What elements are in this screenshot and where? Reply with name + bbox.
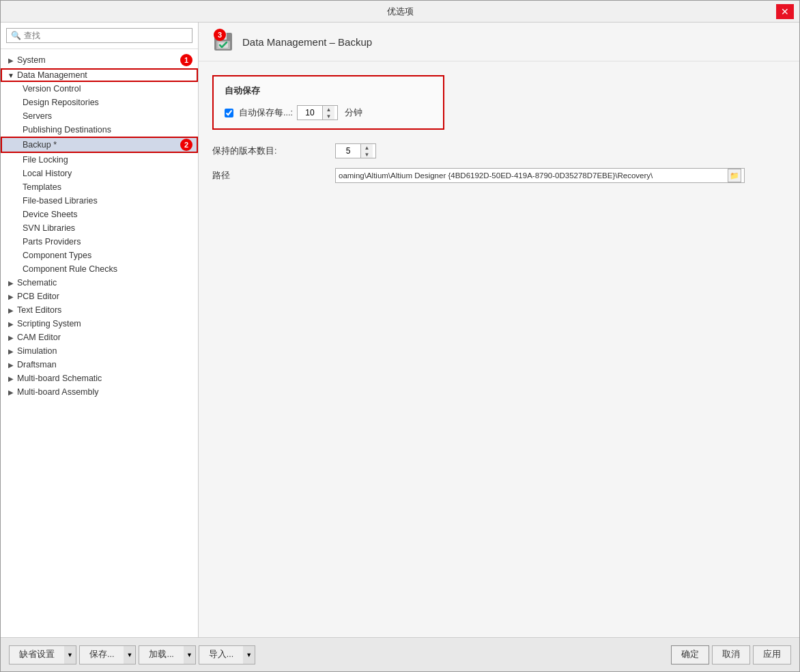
autosave-interval-input[interactable] bbox=[298, 106, 322, 120]
load-dropdown[interactable]: ▼ bbox=[184, 645, 196, 664]
sidebar-item-label: CAM Editor bbox=[17, 333, 192, 342]
panel-body: 自动保存 自动保存每...: ▲ ▼ bbox=[199, 61, 799, 637]
autosave-interval-spinbox: ▲ ▼ bbox=[297, 105, 338, 120]
import-dropdown[interactable]: ▼ bbox=[243, 645, 255, 664]
versions-input[interactable] bbox=[336, 144, 360, 158]
sidebar-item-label: Version Control bbox=[23, 84, 192, 94]
title-bar: 优选项 ✕ bbox=[1, 1, 799, 23]
sidebar-item-label: Multi-board Assembly bbox=[17, 387, 192, 397]
path-row: 路径 📁 bbox=[212, 168, 786, 183]
save-button[interactable]: 保存... bbox=[79, 645, 124, 664]
versions-down-button[interactable]: ▼ bbox=[361, 151, 373, 158]
versions-spinbox: ▲ ▼ bbox=[335, 143, 376, 158]
arrow-icon: ▶ bbox=[6, 305, 16, 315]
badge-2: 2 bbox=[180, 139, 192, 151]
spinbox2-arrows: ▲ ▼ bbox=[360, 144, 373, 158]
sidebar-item-device-sheets[interactable]: Device Sheets bbox=[1, 208, 198, 221]
sidebar-item-schematic[interactable]: ▶ Schematic bbox=[1, 276, 198, 290]
sidebar-item-label: Data Management bbox=[17, 70, 192, 80]
search-wrapper: 🔍 bbox=[6, 28, 192, 43]
sidebar-item-label: Component Rule Checks bbox=[23, 264, 192, 274]
cancel-button[interactable]: 取消 bbox=[712, 645, 750, 664]
panel-header: 3 Data Management – Backup bbox=[199, 23, 799, 61]
panel-badge: 3 bbox=[214, 29, 226, 41]
sidebar-item-publishing-destinations[interactable]: Publishing Destinations bbox=[1, 123, 198, 137]
sidebar-item-label: System bbox=[17, 55, 176, 65]
arrow-icon: ▶ bbox=[6, 360, 16, 369]
arrow-icon: ▶ bbox=[6, 387, 16, 397]
arrow-icon: ▼ bbox=[6, 70, 16, 80]
sidebar-item-label: Scripting System bbox=[17, 319, 192, 328]
autosave-row: 自动保存每...: ▲ ▼ 分钟 bbox=[225, 105, 432, 120]
panel-title: Data Management – Backup bbox=[242, 36, 372, 48]
autosave-unit: 分钟 bbox=[345, 107, 362, 119]
load-button[interactable]: 加载... bbox=[139, 645, 183, 664]
sidebar-item-label: File-based Libraries bbox=[23, 196, 192, 206]
sidebar-item-label: Text Editors bbox=[17, 305, 192, 315]
sidebar-item-templates[interactable]: Templates bbox=[1, 180, 198, 194]
sidebar-item-draftsman[interactable]: ▶ Draftsman bbox=[1, 358, 198, 372]
path-label: 路径 bbox=[212, 170, 335, 182]
sidebar-item-file-locking[interactable]: File Locking bbox=[1, 153, 198, 167]
import-group: 导入... ▼ bbox=[199, 645, 255, 664]
default-settings-button[interactable]: 缺省设置 bbox=[9, 645, 64, 664]
versions-up-button[interactable]: ▲ bbox=[361, 144, 373, 151]
autosave-checkbox-label: 自动保存每...: bbox=[225, 107, 293, 119]
arrow-icon: ▶ bbox=[6, 278, 16, 288]
load-group: 加载... ▼ bbox=[139, 645, 195, 664]
autosave-checkbox[interactable] bbox=[225, 109, 233, 117]
spinbox-arrows: ▲ ▼ bbox=[322, 106, 334, 120]
sidebar: 🔍 ▶ System 1 ▼ Data Management bbox=[1, 23, 199, 637]
sidebar-item-svn-libraries[interactable]: SVN Libraries bbox=[1, 221, 198, 235]
path-browse-button[interactable]: 📁 bbox=[728, 169, 741, 182]
arrow-icon: ▶ bbox=[6, 319, 16, 328]
sidebar-item-component-types[interactable]: Component Types bbox=[1, 249, 198, 262]
sidebar-item-system[interactable]: ▶ System 1 bbox=[1, 52, 198, 68]
sidebar-item-design-repos[interactable]: Design Repositories bbox=[1, 96, 198, 109]
spinbox-down-button[interactable]: ▼ bbox=[323, 113, 334, 120]
sidebar-item-simulation[interactable]: ▶ Simulation bbox=[1, 344, 198, 358]
sidebar-item-scripting-system[interactable]: ▶ Scripting System bbox=[1, 317, 198, 331]
main-window: 优选项 ✕ 🔍 ▶ System 1 bbox=[0, 0, 800, 672]
main-panel: 3 Data Management – Backup 自动保存 自动保存每...… bbox=[199, 23, 799, 637]
sidebar-item-label: Publishing Destinations bbox=[23, 125, 192, 135]
versions-label: 保持的版本数目: bbox=[212, 145, 335, 157]
sidebar-item-label: Templates bbox=[23, 182, 192, 192]
versions-row: 保持的版本数目: ▲ ▼ bbox=[212, 143, 786, 158]
sidebar-item-label: Component Types bbox=[23, 251, 192, 260]
sidebar-item-backup[interactable]: Backup * 2 bbox=[1, 137, 198, 153]
save-dropdown[interactable]: ▼ bbox=[124, 645, 136, 664]
arrow-icon: ▶ bbox=[6, 292, 16, 301]
apply-button[interactable]: 应用 bbox=[753, 645, 791, 664]
sidebar-item-pcb-editor[interactable]: ▶ PCB Editor bbox=[1, 290, 198, 303]
default-settings-dropdown[interactable]: ▼ bbox=[64, 645, 76, 664]
sidebar-item-label: Design Repositories bbox=[23, 98, 192, 107]
path-input-wrapper: 📁 bbox=[335, 168, 745, 183]
search-icon: 🔍 bbox=[11, 31, 21, 40]
sidebar-item-label: Draftsman bbox=[17, 360, 192, 369]
path-input[interactable] bbox=[339, 171, 726, 180]
sidebar-item-data-management[interactable]: ▼ Data Management bbox=[1, 68, 198, 82]
close-button[interactable]: ✕ bbox=[776, 4, 794, 19]
ok-button[interactable]: 确定 bbox=[671, 645, 709, 664]
sidebar-item-parts-providers[interactable]: Parts Providers bbox=[1, 235, 198, 249]
sidebar-item-servers[interactable]: Servers bbox=[1, 109, 198, 123]
folder-icon: 📁 bbox=[730, 171, 739, 180]
sidebar-item-file-based-libs[interactable]: File-based Libraries bbox=[1, 194, 198, 208]
sidebar-item-multiboard-assembly[interactable]: ▶ Multi-board Assembly bbox=[1, 385, 198, 399]
import-button[interactable]: 导入... bbox=[199, 645, 243, 664]
spinbox-up-button[interactable]: ▲ bbox=[323, 106, 334, 113]
arrow-icon: ▶ bbox=[6, 55, 16, 65]
sidebar-item-multiboard-schematic[interactable]: ▶ Multi-board Schematic bbox=[1, 372, 198, 385]
arrow-icon: ▶ bbox=[6, 333, 16, 342]
sidebar-item-component-rule-checks[interactable]: Component Rule Checks bbox=[1, 262, 198, 276]
sidebar-item-text-editors[interactable]: ▶ Text Editors bbox=[1, 303, 198, 317]
sidebar-item-cam-editor[interactable]: ▶ CAM Editor bbox=[1, 331, 198, 344]
sidebar-item-local-history[interactable]: Local History bbox=[1, 167, 198, 180]
sidebar-item-version-control[interactable]: Version Control bbox=[1, 82, 198, 96]
sidebar-item-label: Parts Providers bbox=[23, 237, 192, 247]
search-bar: 🔍 bbox=[1, 23, 198, 49]
search-input[interactable] bbox=[24, 31, 188, 40]
badge-1: 1 bbox=[180, 54, 192, 66]
window-title: 优选项 bbox=[24, 5, 776, 18]
